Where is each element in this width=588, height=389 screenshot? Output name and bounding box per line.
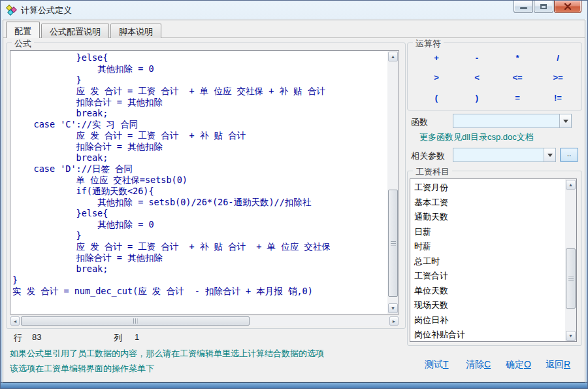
vscroll-thumb[interactable] [566, 248, 576, 309]
params-label: 相关参数 [411, 150, 445, 162]
maximize-icon [540, 4, 547, 9]
window-title: 计算公式定义 [21, 5, 72, 16]
list-item[interactable]: 基本工资 [410, 195, 564, 211]
hint-line-2: 该选项在工资单编辑界面的操作菜单下 [10, 363, 154, 375]
operator-le[interactable]: <= [497, 68, 538, 88]
more-functions-link[interactable]: 更多函数见dll目录csp.doc文档 [419, 131, 534, 143]
function-combobox-value [453, 114, 559, 127]
dialog-window: 计算公式定义 配置 公式配置说明 脚本说明 公式 }else{ [0, 0, 588, 389]
scroll-down-button[interactable]: ▼ [388, 303, 398, 313]
ok-button-mnemonic: O [524, 359, 531, 369]
close-icon [564, 3, 572, 10]
editor-hscrollbar[interactable]: ◄ ► [10, 316, 399, 326]
list-viewport: 工资月份 基本工资 通勤天数 日薪 时薪 总工时 工资合计 单位天数 现场天数 … [410, 180, 564, 341]
list-item[interactable]: 单位天数 [410, 284, 564, 299]
list-item[interactable]: 现场天数 [410, 298, 564, 313]
tab-config-label: 配置 [14, 26, 31, 36]
test-button-mnemonic: T [443, 359, 449, 369]
subjects-group-label: 工资科目 [413, 166, 452, 178]
window-controls [513, 1, 581, 13]
formula-code-editor[interactable]: }else{ 其他扣除 = 0 } 应 发 合计 = 工资 合计 + 单 位应 … [10, 50, 399, 314]
list-item[interactable]: 时薪 [410, 239, 564, 254]
function-combobox[interactable] [453, 114, 572, 128]
tabstrip: 配置 公式配置说明 脚本说明 [6, 22, 163, 38]
scroll-left-button[interactable]: ◄ [10, 316, 20, 326]
list-item[interactable]: 通勤天数 [410, 210, 564, 225]
ok-button-label: 确定 [506, 359, 524, 369]
list-item[interactable]: 工资合计 [410, 269, 564, 284]
clear-button-label: 清除 [466, 359, 484, 369]
return-button-label: 返回 [546, 359, 564, 369]
operator-ge[interactable]: >= [538, 68, 578, 88]
thumb-grip [568, 277, 574, 281]
hint-line-1: 如果公式里引用了员工数据的内容，那么请在工资编辑单里选上计算结合数据的选项 [10, 348, 324, 360]
cursor-col-value: 1 [135, 332, 139, 342]
thumb-grip [391, 241, 396, 246]
minimize-button[interactable] [514, 1, 533, 13]
titlebar[interactable]: 计算公式定义 [1, 1, 587, 20]
return-button-mnemonic: R [564, 359, 570, 369]
list-item[interactable]: 日薪 [410, 225, 564, 240]
tab-script-help[interactable]: 脚本说明 [110, 24, 161, 38]
tab-formula-help-label: 公式配置说明 [50, 27, 101, 37]
app-icon [6, 5, 18, 16]
params-dropdown-button[interactable] [544, 148, 555, 161]
screenshot: 计算公式定义 配置 公式配置说明 脚本说明 公式 }else{ [0, 0, 588, 389]
tab-script-help-label: 脚本说明 [119, 27, 153, 37]
operator-eq[interactable]: = [497, 88, 538, 108]
chevron-down-icon [547, 154, 553, 157]
editor-vscrollbar[interactable]: ▲ ▼ [387, 51, 399, 314]
clear-button-mnemonic: C [484, 359, 491, 369]
tab-formula-help[interactable]: 公式配置说明 [41, 24, 109, 38]
thumb-grip [133, 318, 138, 324]
close-button[interactable] [554, 1, 581, 13]
list-item[interactable]: 工资月份 [410, 180, 564, 195]
list-vscrollbar[interactable]: ▲ ▼ [565, 179, 576, 341]
params-combobox[interactable] [453, 148, 556, 162]
function-dropdown-button[interactable] [559, 114, 571, 127]
operator-lt[interactable]: < [457, 68, 497, 88]
operator-divide[interactable]: / [538, 48, 578, 68]
params-combobox-value [453, 148, 544, 161]
clear-button[interactable]: 清除C [466, 359, 491, 371]
ok-button[interactable]: 确定O [506, 359, 531, 371]
minimize-icon [520, 7, 527, 9]
function-label: 函数 [411, 116, 428, 128]
operator-gt[interactable]: > [416, 68, 457, 88]
operator-minus[interactable]: - [457, 48, 497, 68]
maximize-button[interactable] [534, 1, 553, 13]
scroll-up-button[interactable]: ▲ [388, 52, 398, 61]
operator-ne[interactable]: != [538, 88, 578, 108]
scroll-up-button[interactable]: ▲ [566, 180, 576, 190]
operator-multiply[interactable]: * [497, 48, 538, 68]
hscroll-thumb[interactable] [21, 316, 250, 326]
cursor-col-label: 列 [114, 332, 122, 344]
operators-grid: + - * / > < <= >= ( ) = != [416, 48, 578, 108]
operator-lparen[interactable]: ( [416, 88, 457, 108]
cursor-row-value: 83 [32, 332, 41, 342]
operator-rparen[interactable]: ) [457, 88, 497, 108]
salary-subjects-list[interactable]: 工资月份 基本工资 通勤天数 日薪 时薪 总工时 工资合计 单位天数 现场天数 … [410, 178, 577, 342]
test-button[interactable]: 测试T [425, 359, 449, 371]
window-frame-bottom [1, 382, 587, 388]
scroll-right-button[interactable]: ► [389, 316, 399, 326]
test-button-label: 测试 [425, 359, 443, 369]
vscroll-thumb[interactable] [388, 190, 398, 297]
tab-config[interactable]: 配置 [6, 22, 40, 38]
chevron-down-icon [563, 120, 568, 123]
formula-code-text[interactable]: }else{ 其他扣除 = 0 } 应 发 合计 = 工资 合计 + 单 位应 … [12, 52, 387, 314]
list-item[interactable]: 岗位补贴合计 [410, 328, 564, 341]
cursor-row-label: 行 [14, 332, 22, 344]
params-browse-button[interactable]: .. [560, 148, 578, 162]
scroll-down-button[interactable]: ▼ [566, 331, 576, 341]
list-item[interactable]: 岗位日补 [410, 313, 564, 328]
dialog-client: 配置 公式配置说明 脚本说明 公式 }else{ 其他扣除 = 0 } 应 发 … [3, 20, 585, 382]
formula-group-label: 公式 [12, 38, 34, 50]
operator-plus[interactable]: + [416, 48, 457, 68]
return-button[interactable]: 返回R [546, 359, 570, 371]
list-item[interactable]: 总工时 [410, 254, 564, 269]
